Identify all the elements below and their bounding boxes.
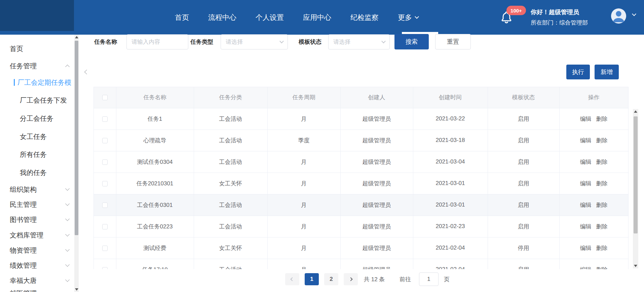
task-type-select[interactable]: 请选择 (221, 34, 288, 49)
scroll-down-arrow[interactable] (633, 263, 638, 268)
status-text: 启用 (488, 173, 559, 194)
sidebar-subitem-women-worker-task[interactable]: 女工任务 (0, 133, 74, 141)
template-status-label: 模板状态 (299, 38, 321, 46)
row-checkbox[interactable] (102, 246, 108, 251)
delete-link[interactable]: 删除 (596, 180, 608, 187)
sidebar-subitem-factory-union-periodic-task[interactable]: 厂工会定期任务模 (0, 78, 74, 86)
sidebar-item-democratic-management[interactable]: 民主管理 (0, 200, 74, 209)
chevron-down-icon (65, 262, 70, 267)
scroll-up-arrow[interactable] (633, 109, 638, 114)
sidebar-subitem-my-tasks[interactable]: 我的任务 (0, 169, 74, 177)
row-checkbox[interactable] (102, 159, 108, 165)
row-checkbox[interactable] (102, 116, 108, 122)
sidebar-item-medical-management[interactable]: 就医管理 (0, 289, 74, 292)
pagination-goto-input[interactable] (419, 272, 439, 286)
select-all-checkbox[interactable] (102, 95, 108, 100)
edit-link[interactable]: 编辑 (580, 202, 592, 208)
scroll-up-arrow[interactable] (74, 35, 79, 40)
chevron-up-icon (65, 65, 70, 69)
sidebar-item-material-management[interactable]: 物资管理 (0, 246, 74, 254)
delete-link[interactable]: 删除 (596, 159, 608, 165)
chevron-down-icon (65, 217, 70, 221)
sidebar-subitem-branch-union-task[interactable]: 分工会任务 (0, 114, 74, 122)
table-row: 测试经费 女工关怀 月 超级管理员 2021-02-04 停用 编辑删除 (94, 237, 628, 259)
sidebar-item-document-library[interactable]: 文档库管理 (0, 231, 74, 239)
sidebar-item-home[interactable]: 首页 (0, 45, 74, 53)
edit-link[interactable]: 编辑 (580, 180, 592, 187)
table-header-row: 任务名称 任务分类 任务周期 创建人 创建时间 模板状态 操作 (94, 87, 628, 108)
sidebar: 首页 任务管理 厂工会定期任务模 厂工会任务下发 分工会任务 女工任务 所有任务… (0, 35, 74, 292)
sidebar-collapse-handle[interactable] (84, 67, 90, 77)
add-button[interactable]: 新增 (595, 65, 619, 79)
edit-link[interactable]: 编辑 (580, 137, 592, 144)
delete-link[interactable]: 删除 (596, 137, 608, 144)
pagination-next-button[interactable] (344, 273, 358, 285)
edit-link[interactable]: 编辑 (580, 223, 592, 230)
col-cycle: 任务周期 (267, 87, 340, 108)
delete-link[interactable]: 删除 (596, 266, 608, 269)
nav-item-app-center[interactable]: 应用中心 (303, 13, 331, 22)
sidebar-subitem-all-tasks[interactable]: 所有任务 (0, 150, 74, 158)
sidebar-subitem-factory-union-task-dispatch[interactable]: 厂工会任务下发 (0, 96, 74, 104)
active-item-bar (14, 79, 15, 86)
row-checkbox[interactable] (102, 181, 108, 186)
sidebar-item-task-management[interactable]: 任务管理 (0, 62, 74, 70)
delete-link[interactable]: 删除 (596, 116, 608, 122)
table-row: 任务20210301 女工关怀 月 超级管理员 2021-03-01 启用 编辑… (94, 173, 628, 194)
edit-link[interactable]: 编辑 (580, 116, 592, 122)
main-nav: 首页 流程中心 个人设置 应用中心 纪检监察 更多 (175, 0, 418, 35)
row-checkbox[interactable] (102, 267, 108, 269)
delete-link[interactable]: 删除 (596, 223, 608, 230)
status-text: 启用 (488, 108, 559, 130)
edit-link[interactable]: 编辑 (580, 245, 592, 251)
sidebar-item-performance-management[interactable]: 绩效管理 (0, 261, 74, 269)
sidebar-item-happy-datang[interactable]: 幸福大唐 (0, 277, 74, 285)
sidebar-item-org-structure[interactable]: 组织架构 (0, 185, 74, 193)
nav-item-more[interactable]: 更多 (398, 13, 418, 22)
chevron-right-icon (349, 277, 352, 281)
task-name-input[interactable] (131, 39, 183, 45)
nav-item-discipline-inspection[interactable]: 纪检监察 (350, 13, 379, 22)
sidebar-item-book-management[interactable]: 图书管理 (0, 216, 74, 224)
execute-button[interactable]: 执行 (566, 65, 590, 79)
status-text: 启用 (488, 194, 559, 216)
chevron-down-icon (65, 232, 70, 236)
template-status-select[interactable]: 请选择 (328, 34, 390, 49)
delete-link[interactable]: 删除 (596, 245, 608, 251)
table-row: 任务17:10 工会活动 月 超级管理员 2021-02-04 启用 编辑删除 (94, 259, 628, 269)
pagination-page-2[interactable]: 2 (324, 273, 338, 285)
avatar[interactable] (611, 8, 626, 24)
nav-item-process-center[interactable]: 流程中心 (208, 13, 236, 22)
search-button[interactable]: 搜索 (394, 34, 429, 49)
nav-item-personal-settings[interactable]: 个人设置 (256, 13, 284, 22)
status-text: 启用 (488, 259, 559, 269)
table-scrollbar-thumb[interactable] (634, 116, 638, 233)
sidebar-scrollbar[interactable] (74, 35, 79, 292)
table-scrollbar[interactable] (633, 109, 638, 268)
chevron-down-icon (65, 278, 70, 282)
nav-item-home[interactable]: 首页 (175, 13, 189, 22)
row-checkbox[interactable] (102, 138, 108, 143)
col-category: 任务分类 (194, 87, 267, 108)
chevron-left-icon (84, 70, 89, 74)
status-text: 启用 (488, 216, 559, 237)
col-status: 模板状态 (488, 87, 559, 108)
pagination-page-1[interactable]: 1 (305, 273, 319, 285)
chevron-down-icon (65, 186, 70, 191)
chevron-left-icon (290, 277, 294, 281)
task-name-input-wrap (126, 34, 188, 49)
logo-area (0, 0, 74, 31)
avatar-chevron-down-icon[interactable] (632, 12, 636, 16)
sidebar-scrollbar-thumb[interactable] (75, 41, 78, 235)
edit-link[interactable]: 编辑 (580, 159, 592, 165)
task-table: 任务名称 任务分类 任务周期 创建人 创建时间 模板状态 操作 任务1 工会活动… (93, 87, 629, 269)
table-row: 心理疏导 工会活动 季度 超级管理员 2021-03-18 启用 编辑删除 (94, 130, 628, 151)
delete-link[interactable]: 删除 (596, 202, 608, 208)
row-checkbox[interactable] (102, 203, 108, 208)
reset-button[interactable]: 重置 (435, 34, 471, 49)
pagination-prev-button[interactable] (285, 273, 299, 285)
edit-link[interactable]: 编辑 (580, 266, 592, 269)
col-creator: 创建人 (340, 87, 413, 108)
row-checkbox[interactable] (102, 224, 108, 229)
scroll-down-arrow[interactable] (74, 287, 79, 292)
